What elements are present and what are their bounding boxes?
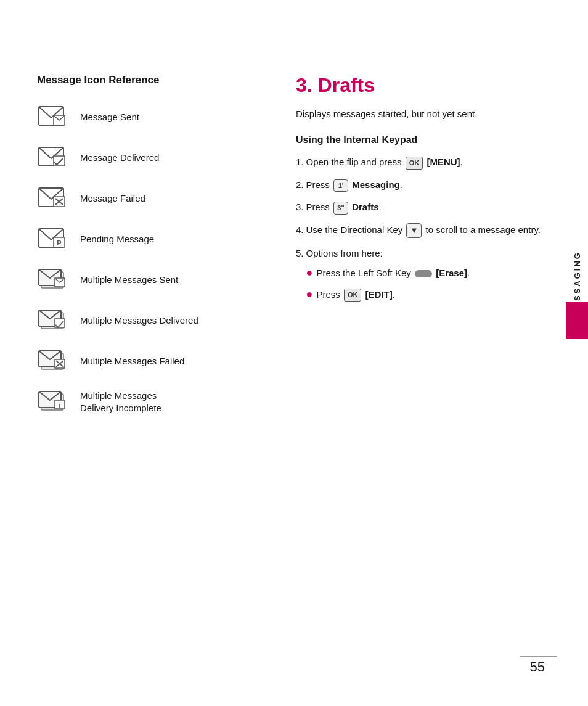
- multiple-messages-delivered-icon: [37, 307, 69, 334]
- icon-label: Multiple MessagesDelivery Incomplete: [80, 390, 161, 415]
- multiple-messages-sent-icon: [37, 266, 69, 293]
- ok-key-icon: OK: [406, 157, 423, 170]
- right-column: 3. Drafts Displays messages started, but…: [296, 74, 551, 416]
- list-item: P Pending Message: [37, 226, 271, 253]
- icon-list: Message Sent Message Delivered: [37, 104, 271, 416]
- page-number: 55: [530, 659, 545, 675]
- key-3-icon: 3": [333, 202, 348, 215]
- list-item: Message Failed: [37, 185, 271, 212]
- icon-label: Multiple Messages Delivered: [80, 314, 198, 327]
- list-item: Multiple Messages Delivered: [37, 307, 271, 334]
- step-3: 3. Press 3" Drafts.: [296, 200, 551, 215]
- pending-message-icon: P: [37, 226, 69, 253]
- sub-bullet-2: ● Press OK [EDIT].: [306, 288, 551, 302]
- sidebar-bar: [566, 302, 588, 339]
- list-item: Message Sent: [37, 104, 271, 131]
- svg-text:P: P: [57, 239, 61, 247]
- step-2: 2. Press 1' Messaging.: [296, 178, 551, 192]
- message-delivered-icon: [37, 144, 69, 171]
- drafts-description: Displays messages started, but not yet s…: [296, 107, 551, 121]
- message-sent-icon: [37, 104, 69, 131]
- steps-list: 1. Open the flip and press OK [MENU]. 2.…: [296, 155, 551, 309]
- multiple-messages-failed-icon: [37, 348, 69, 375]
- directional-key-icon: ▼: [406, 223, 422, 238]
- page-divider: [520, 656, 557, 657]
- keypad-title: Using the Internal Keypad: [296, 134, 551, 146]
- icon-label: Message Sent: [80, 111, 139, 123]
- multiple-messages-incomplete-icon: i: [37, 388, 69, 416]
- bullet-dot: ●: [306, 267, 313, 278]
- soft-key-icon: [415, 270, 432, 277]
- icon-label: Message Failed: [80, 192, 145, 205]
- svg-text:i: i: [59, 402, 61, 409]
- step-1: 1. Open the flip and press OK [MENU].: [296, 155, 551, 170]
- key-1-icon: 1': [333, 179, 348, 192]
- step-4: 4. Use the Directional Key ▼ to scroll t…: [296, 223, 551, 238]
- list-item: Multiple Messages Sent: [37, 266, 271, 293]
- sub-bullets: ● Press the Left Soft Key [Erase]. ● Pre…: [306, 266, 551, 302]
- message-failed-icon: [37, 185, 69, 212]
- list-item: i Multiple MessagesDelivery Incomplete: [37, 388, 271, 416]
- icon-label: Multiple Messages Failed: [80, 355, 184, 367]
- bullet-dot: ●: [306, 289, 313, 300]
- list-item: Message Delivered: [37, 144, 271, 171]
- icon-label: Multiple Messages Sent: [80, 274, 178, 286]
- section-title: Message Icon Reference: [37, 74, 271, 86]
- svg-rect-3: [54, 156, 65, 166]
- drafts-heading: 3. Drafts: [296, 74, 551, 97]
- icon-label: Message Delivered: [80, 152, 159, 164]
- left-column: Message Icon Reference Message Sent: [37, 74, 271, 416]
- icon-label: Pending Message: [80, 233, 154, 245]
- step-5: 5. Options from here: ● Press the Left S…: [296, 247, 551, 310]
- list-item: Multiple Messages Failed: [37, 348, 271, 375]
- ok-key-icon-2: OK: [344, 289, 362, 302]
- sub-bullet-1: ● Press the Left Soft Key [Erase].: [306, 266, 551, 281]
